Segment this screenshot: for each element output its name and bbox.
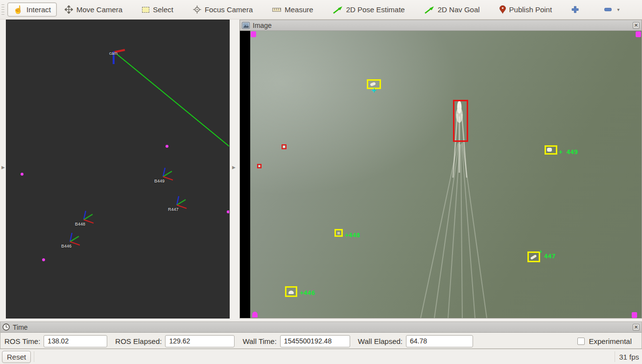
tracker-cross: + [372,86,376,95]
measure-tool-button[interactable]: Measure [266,2,319,17]
tool-label: Publish Point [509,5,552,14]
boat-wake [250,31,642,318]
detection-box-small-red-2 [257,164,262,168]
tool-label: Select [153,5,173,14]
marker-B446: B446 [61,232,84,250]
minus-icon [604,8,612,11]
tool-label: Focus Camera [205,5,253,14]
experimental-label: Experimental [589,337,632,345]
wall-elapsed-label: Wall Elapsed: [358,337,403,345]
camera-frame-label: cam [109,51,118,56]
image-panel-title: Image [253,22,272,29]
blip [283,146,285,148]
boat [547,148,552,152]
detection-label-449: + 449 [559,148,578,156]
3d-viewport[interactable]: cam B449 R447 [6,20,230,318]
wall-time-field: Wall Time: [242,335,350,347]
detection-box-447 [527,251,540,262]
ros-time-input[interactable] [44,335,107,347]
experimental-checkbox[interactable] [577,338,585,345]
detection-box-small-red-1 [282,144,286,149]
green-arrow-icon [425,6,434,14]
marker-B449: B449 [154,167,177,184]
ruler-icon [272,8,281,12]
statusbar: Reset 31 fps [0,349,642,364]
3d-scene [6,20,230,318]
ros-elapsed-field: ROS Elapsed: [115,335,235,347]
detection-box-446 [285,286,297,297]
fiducial-corner-bottom-right [632,312,637,318]
image-icon [242,22,250,29]
move-camera-tool-button[interactable]: Move Camera [59,2,128,17]
tool-label: 2D Nav Goal [438,5,480,14]
detection-box-449 [545,145,557,155]
time-panel-titlebar[interactable]: Time ✕ [0,322,642,333]
statusbar-divider [615,351,615,362]
image-panel: Image ✕ [239,20,642,318]
detection-label-448: +448 [345,231,360,239]
close-icon[interactable]: ✕ [633,324,640,331]
tool-label: 2D Pose Estimate [346,5,405,14]
pose-estimate-tool-button[interactable]: 2D Pose Estimate [327,2,411,17]
wall-time-input[interactable] [280,335,350,347]
main-area: ▶ ▶ cam [0,20,642,318]
move-icon [65,5,73,14]
time-panel-title: Time [13,323,28,331]
clock-icon [2,323,10,331]
select-box-icon [142,7,149,13]
blip [259,165,260,167]
add-tool-button[interactable] [566,3,585,16]
fps-section: 31 fps [612,349,642,364]
tool-label: Move Camera [76,5,122,14]
marker-B448: B448 [75,210,97,228]
close-icon[interactable]: ✕ [633,22,640,29]
time-panel: Time ✕ ROS Time: ROS Elapsed: Wall Time:… [0,321,642,349]
rviz-window: ☝ Interact Move Camera Select [0,0,642,364]
left-panel-expand-handle[interactable]: ▶ [1,165,5,170]
camera-image: + + 449 +448 [240,31,642,318]
marker-label: B446 [61,244,71,249]
focus-camera-tool-button[interactable]: Focus Camera [187,2,259,17]
fiducial-corner-top-left [251,31,256,37]
experimental-option: Experimental [577,337,638,345]
statusbar-divider [34,351,34,362]
ros-elapsed-label: ROS Elapsed: [115,337,162,345]
interact-tool-button[interactable]: ☝ Interact [7,2,57,17]
marker-label: B449 [154,179,165,183]
fiducial-corner-bottom-left [252,312,258,318]
ros-elapsed-input[interactable] [165,335,235,347]
publish-point-tool-button[interactable]: Publish Point [494,2,558,17]
boat [530,254,537,260]
wall-elapsed-field: Wall Elapsed: [358,335,473,347]
tool-label: Measure [285,5,313,14]
plus-icon [571,6,579,13]
detection-box-448 [334,229,343,237]
detection-box-primary [453,100,468,142]
detection-label-446: +446 [300,289,315,296]
detection-corner-plus-447: + [539,249,542,254]
boat [337,232,340,234]
select-tool-button[interactable]: Select [136,2,179,17]
tool-label: Interact [26,5,51,14]
marker-label: B448 [75,222,85,227]
nav-goal-tool-button[interactable]: 2D Nav Goal [419,2,486,17]
remove-tool-button[interactable]: ▾ [598,4,625,15]
displays-panel-expand-handle[interactable]: ▶ [232,165,236,170]
time-fields-row: ROS Time: ROS Elapsed: Wall Time: Wall E… [0,333,642,349]
fps-value: 31 fps [619,353,642,361]
hand-icon: ☝ [13,6,23,14]
toolbar: ☝ Interact Move Camera Select [0,0,642,20]
ros-time-field: ROS Time: [4,335,107,347]
image-panel-titlebar[interactable]: Image ✕ [240,20,642,31]
detection-label-447: 447 [544,252,555,260]
boat [288,291,294,294]
reset-button[interactable]: Reset [2,351,31,363]
wall-time-label: Wall Time: [242,337,276,345]
focus-icon [193,5,201,14]
wall-elapsed-input[interactable] [406,335,473,347]
marker-label: R447 [168,207,179,212]
toolbar-grip[interactable] [0,4,5,15]
green-arrow-icon [333,6,343,14]
ros-time-label: ROS Time: [4,337,40,345]
aerial-water-photo: + + 449 +448 [250,31,642,318]
